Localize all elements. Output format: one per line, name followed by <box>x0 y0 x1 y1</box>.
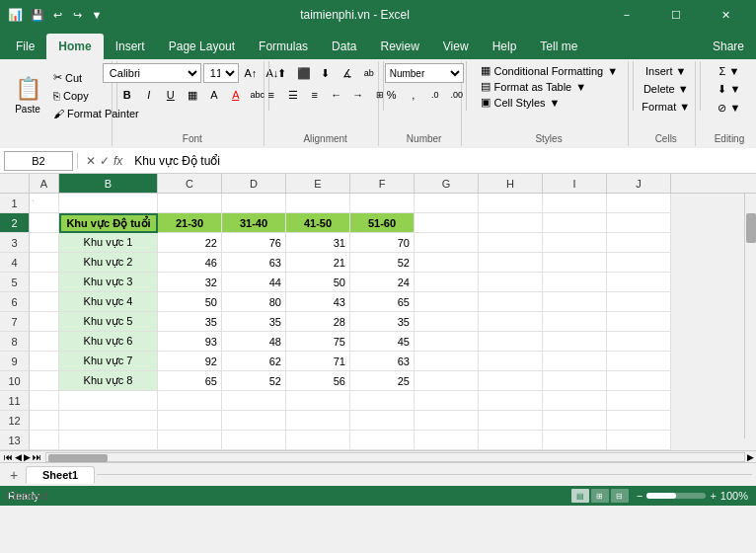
col-header-d[interactable]: D <box>222 174 286 193</box>
cell-e2[interactable]: 41-50 <box>286 213 350 233</box>
save-button[interactable]: 💾 <box>29 6 46 24</box>
fill-button[interactable]: ⬇ ▼ <box>710 81 748 98</box>
row-num-2[interactable]: 2 <box>0 213 29 233</box>
col-header-h[interactable]: H <box>479 174 543 193</box>
cell-h10[interactable] <box>479 371 543 391</box>
cell-j2[interactable] <box>607 213 671 233</box>
cell-j3[interactable] <box>607 233 671 253</box>
cell-a13[interactable] <box>30 431 59 450</box>
cell-b4[interactable]: Khu vực 2 <box>59 253 158 273</box>
cell-a12[interactable] <box>30 411 59 431</box>
align-center-button[interactable]: ☰ <box>283 85 303 105</box>
scroll-last-button[interactable]: ⏭ <box>33 452 41 462</box>
cell-i3[interactable] <box>543 233 607 253</box>
align-bottom-button[interactable]: ⬇ <box>316 63 336 83</box>
cell-d11[interactable] <box>222 391 286 411</box>
paste-button[interactable]: 📋 Paste <box>8 65 47 124</box>
cell-d9[interactable]: 62 <box>222 352 286 371</box>
cell-j9[interactable] <box>607 352 671 371</box>
font-color-button[interactable]: A <box>226 85 246 105</box>
cell-i10[interactable] <box>543 371 607 391</box>
cell-e9[interactable]: 71 <box>286 352 350 371</box>
cell-i5[interactable] <box>543 273 607 292</box>
cell-g13[interactable] <box>415 431 479 450</box>
cell-a11[interactable] <box>30 391 59 411</box>
cell-g7[interactable] <box>415 312 479 332</box>
cell-styles-button[interactable]: ▣ Cell Styles ▼ <box>477 95 622 110</box>
cell-f6[interactable]: 65 <box>350 292 415 312</box>
row-num-9[interactable]: 9 <box>0 352 29 371</box>
cell-f11[interactable] <box>350 391 415 411</box>
cell-c4[interactable]: 46 <box>158 253 222 273</box>
zoom-slider[interactable] <box>646 493 706 499</box>
cell-e11[interactable] <box>286 391 350 411</box>
share-button[interactable]: Share <box>701 34 756 59</box>
cell-d8[interactable]: 48 <box>222 332 286 352</box>
cell-f10[interactable]: 25 <box>350 371 415 391</box>
col-header-b[interactable]: B <box>59 174 158 193</box>
vertical-scrollbar[interactable] <box>744 194 756 438</box>
zoom-in-button[interactable]: + <box>710 490 716 502</box>
cell-i11[interactable] <box>543 391 607 411</box>
cell-j12[interactable] <box>607 411 671 431</box>
scroll-first-button[interactable]: ⏮ <box>4 452 13 462</box>
normal-view-button[interactable]: ▤ <box>571 489 589 503</box>
quick-access-dropdown[interactable]: ▼ <box>88 6 106 24</box>
cell-e13[interactable] <box>286 431 350 450</box>
cell-d2[interactable]: 31-40 <box>222 213 286 233</box>
cell-i4[interactable] <box>543 253 607 273</box>
cell-reference-input[interactable] <box>4 151 73 171</box>
tab-help[interactable]: Help <box>481 34 529 59</box>
cell-b1[interactable] <box>59 194 158 213</box>
cell-j7[interactable] <box>607 312 671 332</box>
cell-d1[interactable] <box>222 194 286 213</box>
border-button[interactable]: ▦ <box>183 85 202 105</box>
cell-f13[interactable] <box>350 431 415 450</box>
col-header-j[interactable]: J <box>607 174 671 193</box>
indent-increase-button[interactable]: → <box>348 85 368 105</box>
cell-a5[interactable] <box>30 273 59 292</box>
cell-f9[interactable]: 63 <box>350 352 415 371</box>
cell-j8[interactable] <box>607 332 671 352</box>
cell-h6[interactable] <box>479 292 543 312</box>
insert-cells-button[interactable]: Insert ▼ <box>638 63 694 79</box>
cell-g3[interactable] <box>415 233 479 253</box>
cell-b8[interactable]: Khu vực 6 <box>59 332 158 352</box>
cell-e8[interactable]: 75 <box>286 332 350 352</box>
bold-button[interactable]: B <box>117 85 137 105</box>
col-header-g[interactable]: G <box>415 174 479 193</box>
row-num-1[interactable]: 1 <box>0 194 29 213</box>
comma-button[interactable]: , <box>404 85 423 105</box>
cell-a6[interactable] <box>30 292 59 312</box>
fx-icon[interactable]: fx <box>113 154 122 168</box>
number-format-select[interactable]: Number <box>385 63 464 83</box>
cell-h9[interactable] <box>479 352 543 371</box>
cell-f3[interactable]: 70 <box>350 233 415 253</box>
cell-a10[interactable] <box>30 371 59 391</box>
underline-button[interactable]: U <box>161 85 181 105</box>
cell-c10[interactable]: 65 <box>158 371 222 391</box>
scroll-prev-button[interactable]: ◀ <box>15 452 22 462</box>
row-num-3[interactable]: 3 <box>0 233 29 253</box>
cell-h8[interactable] <box>479 332 543 352</box>
align-top-button[interactable]: ⬆ <box>272 63 292 83</box>
cell-h4[interactable] <box>479 253 543 273</box>
cell-j11[interactable] <box>607 391 671 411</box>
format-cells-button[interactable]: Format ▼ <box>634 99 698 115</box>
cell-a4[interactable] <box>30 253 59 273</box>
cell-g8[interactable] <box>415 332 479 352</box>
page-layout-view-button[interactable]: ⊞ <box>591 489 609 503</box>
font-size-select[interactable]: 11 <box>203 63 239 83</box>
cell-b12[interactable] <box>59 411 158 431</box>
tab-file[interactable]: File <box>4 34 46 59</box>
cell-f8[interactable]: 45 <box>350 332 415 352</box>
cell-h5[interactable] <box>479 273 543 292</box>
cell-f2[interactable]: 51-60 <box>350 213 415 233</box>
formula-input[interactable] <box>130 151 752 171</box>
cell-g6[interactable] <box>415 292 479 312</box>
row-num-4[interactable]: 4 <box>0 253 29 273</box>
row-num-12[interactable]: 12 <box>0 411 29 431</box>
cell-e7[interactable]: 28 <box>286 312 350 332</box>
cell-e3[interactable]: 31 <box>286 233 350 253</box>
italic-button[interactable]: I <box>139 85 159 105</box>
